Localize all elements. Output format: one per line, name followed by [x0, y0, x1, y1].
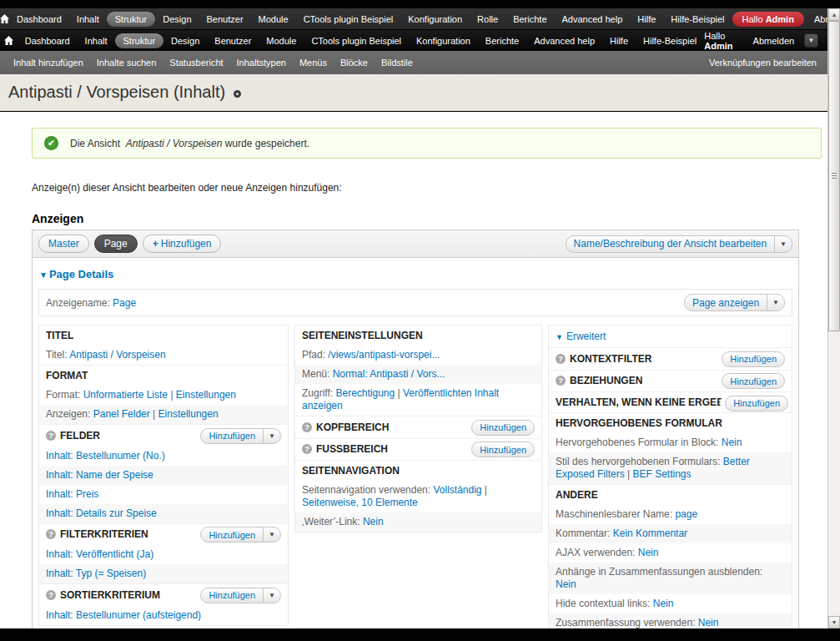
bucket-row[interactable]: Anhänge in Zusammenfassungen ausblenden:… — [549, 563, 792, 594]
menu-item-ctools-plugin-beispiel[interactable]: CTools plugin Beispiel — [296, 12, 401, 27]
add-button[interactable]: Hinzufügen▼ — [200, 527, 281, 543]
row-link[interactable]: Inhalt: Name der Speise — [46, 469, 153, 481]
bucket-title[interactable]: ANDERE — [556, 489, 598, 501]
toolbar-item-advanced-help[interactable]: Advanced help — [526, 33, 602, 48]
home-icon-secondary[interactable] — [0, 36, 18, 45]
bucket-title[interactable]: KONTEXTFILTER — [570, 353, 651, 365]
row-link[interactable]: Berechtigung — [335, 387, 395, 399]
row-link[interactable]: Inhalt: Typ (= Speisen) — [46, 568, 146, 579]
menu-item-benutzer[interactable]: Benutzer — [199, 12, 251, 27]
display-tab-master[interactable]: Master — [38, 235, 89, 253]
help-icon[interactable]: ? — [302, 444, 312, 454]
help-icon[interactable]: ? — [556, 376, 566, 386]
chevron-down-icon[interactable]: ▼ — [263, 588, 280, 603]
add-button[interactable]: Hinzufügen▼ — [200, 588, 281, 603]
page-details-toggle[interactable]: ▼Page Details — [33, 258, 798, 287]
row-link[interactable]: Panel Felder — [93, 408, 150, 420]
add-button[interactable]: Hinzufügen — [471, 420, 535, 436]
bucket-row[interactable]: Hide contextual links: Nein — [549, 594, 792, 613]
help-icon[interactable]: ? — [302, 422, 312, 432]
display-tab-page[interactable]: Page — [94, 235, 138, 253]
bucket-title[interactable]: HERVORGEHOBENES FORMULAR — [556, 417, 722, 429]
row-link[interactable]: Nein — [556, 578, 576, 590]
bucket-title[interactable]: FELDER — [60, 430, 100, 442]
bucket-row[interactable]: Kommentar: Kein Kommentar — [549, 524, 792, 543]
display-name-link[interactable]: Page — [113, 297, 136, 309]
toolbar-item-hilfe-beispiel[interactable]: Hilfe-Beispiel — [636, 33, 704, 48]
bucket-row[interactable]: Menü: Normal: Antipasti / Vors... — [295, 365, 541, 384]
help-icon[interactable]: ? — [46, 431, 56, 441]
menu-item-hilfe-beispiel[interactable]: Hilfe-Beispiel — [663, 12, 732, 27]
menu-item-module[interactable]: Module — [251, 12, 296, 27]
contextual-gear-icon[interactable] — [234, 90, 241, 98]
menu-item-berichte[interactable]: Berichte — [506, 12, 554, 27]
row-link[interactable]: Nein — [653, 598, 674, 609]
bucket-title[interactable]: TITEL — [46, 330, 73, 341]
toolbar-item-struktur[interactable]: Struktur — [115, 33, 164, 48]
row-link[interactable]: Inhalt: Bestellunumer (aufsteigend) — [46, 609, 201, 621]
help-icon[interactable]: ? — [46, 529, 56, 539]
row-link[interactable]: Inhalt: Preis — [46, 488, 98, 500]
menu-item-rolle[interactable]: Rolle — [470, 12, 506, 27]
shortcut-bildstile[interactable]: Bildstile — [375, 55, 420, 70]
toolbar-item-module[interactable]: Module — [259, 33, 304, 48]
chevron-down-icon[interactable]: ▼ — [263, 527, 280, 542]
menu-item-hilfe[interactable]: Hilfe — [630, 12, 663, 27]
row-link[interactable]: Inhalt: Veröffentlicht (Ja) — [46, 548, 153, 560]
chevron-down-icon[interactable]: ▼ — [774, 236, 792, 252]
row-link[interactable]: Vollständig — [433, 484, 481, 496]
chevron-down-icon[interactable]: ▼ — [767, 295, 784, 310]
row-link[interactable]: Nein — [363, 516, 384, 527]
toolbar-item-inhalt[interactable]: Inhalt — [78, 33, 115, 48]
row-link[interactable]: Seitenweise, 10 Elemente — [302, 497, 418, 508]
home-icon[interactable] — [0, 14, 9, 23]
menu-item-dashboard[interactable]: Dashboard — [9, 12, 69, 27]
toolbar-item-konfiguration[interactable]: Konfiguration — [409, 33, 478, 48]
toolbar-item-berichte[interactable]: Berichte — [478, 33, 526, 48]
row-link[interactable]: Einstellungen — [158, 408, 219, 420]
bucket-title[interactable]: SEITENEINSTELLUNGEN — [302, 330, 423, 341]
bucket-row[interactable]: Inhalt: Details zur Speise — [39, 504, 288, 523]
bucket-row[interactable]: Format: Unformatierte Liste | Einstellun… — [39, 386, 288, 405]
bucket-row[interactable]: Inhalt: Bestellunumer (No.) — [39, 447, 288, 466]
row-link[interactable]: Inhalt: Bestellunumer (No.) — [46, 450, 165, 462]
bucket-row[interactable]: Pfad: /views/antipasti-vorspei... — [295, 346, 541, 365]
row-link[interactable]: Kein Kommentar — [613, 527, 687, 539]
bucket-row[interactable]: Maschinenlesbarer Name: page — [549, 505, 792, 524]
add-button[interactable]: Hinzufügen — [471, 442, 535, 457]
shortcut-blöcke[interactable]: Blöcke — [334, 55, 375, 70]
bucket-title[interactable]: FORMAT — [46, 370, 88, 381]
bucket-row[interactable]: Inhalt: Preis — [39, 485, 288, 504]
row-link[interactable]: Normal: Antipasti / Vors... — [333, 368, 445, 380]
bucket-row[interactable]: Seitennavigation verwenden: Vollständig … — [295, 481, 541, 512]
bucket-title[interactable]: FUSSBEREICH — [316, 443, 388, 455]
bucket-row[interactable]: Zusammenfassung verwenden: Nein — [549, 613, 792, 628]
toolbar-toggle-button[interactable]: ▼ — [804, 33, 818, 48]
row-link[interactable]: Nein — [698, 617, 719, 628]
menu-item-design[interactable]: Design — [155, 12, 199, 27]
greeting-pill[interactable]: Hallo Admin — [732, 12, 804, 27]
shortcut-inhaltstypen[interactable]: Inhaltstypen — [230, 55, 293, 70]
bucket-title[interactable]: FILTERKRITERIEN — [60, 528, 148, 540]
bucket-row[interactable]: ‚Weiter’-Link: Nein — [295, 512, 541, 532]
bucket-title[interactable]: BEZIEHUNGEN — [570, 375, 642, 386]
bucket-row[interactable]: Hervorgehobenes Formular in Block: Nein — [549, 433, 792, 452]
row-link[interactable]: Nein — [638, 547, 659, 558]
menu-item-advanced-help[interactable]: Advanced help — [555, 12, 631, 27]
bucket-row[interactable]: Anzeigen: Panel Felder | Einstellungen — [39, 405, 288, 424]
add-button[interactable]: Hinzufügen▼ — [200, 428, 281, 444]
add-button[interactable]: Hinzufügen — [722, 373, 785, 389]
toolbar-item-hilfe[interactable]: Hilfe — [602, 33, 636, 48]
bucket-row[interactable]: Inhalt: Typ (= Speisen) — [39, 564, 288, 583]
shortcut-statusbericht[interactable]: Statusbericht — [163, 55, 229, 70]
toolbar-item-dashboard[interactable]: Dashboard — [18, 33, 78, 48]
toolbar-item-design[interactable]: Design — [163, 33, 207, 48]
bucket-row[interactable]: Zugriff: Berechtigung | Veröffentlichten… — [295, 384, 541, 416]
add-button[interactable]: Hinzufügen — [725, 396, 788, 411]
row-link[interactable]: /views/antipasti-vorspei... — [328, 349, 440, 361]
row-link[interactable]: Inhalt: Details zur Speise — [46, 507, 157, 519]
scrollbar[interactable]: ▲ ▼ — [827, 8, 840, 628]
edit-shortcuts-link[interactable]: Verknüpfungen bearbeiten — [709, 58, 833, 68]
bucket-row[interactable]: AJAX verwenden: Nein — [549, 543, 792, 563]
bucket-title[interactable]: SEITENNAVIGATION — [302, 465, 400, 477]
